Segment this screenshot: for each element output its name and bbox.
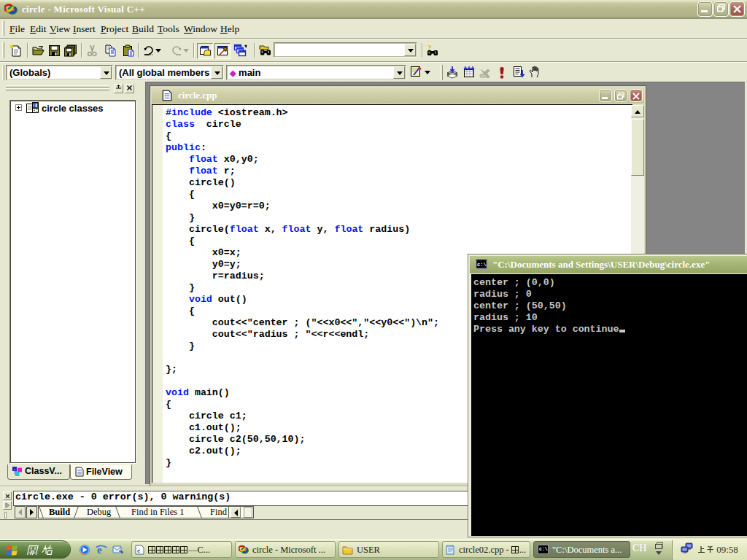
svg-text:e: e	[137, 547, 140, 554]
